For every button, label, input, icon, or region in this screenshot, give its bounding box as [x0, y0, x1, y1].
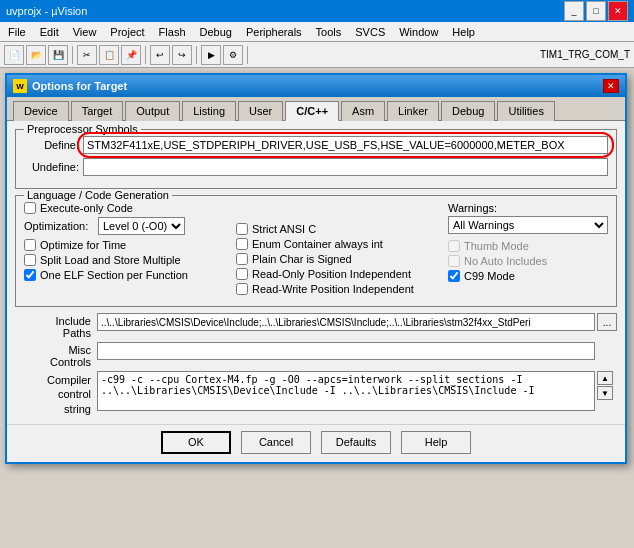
compiler-control-textarea[interactable] [97, 371, 595, 411]
no-auto-includes-checkbox [448, 255, 460, 267]
read-write-pos-row: Read-Write Position Independent [236, 283, 440, 295]
optimization-label: Optimization: [24, 220, 94, 232]
close-window-button[interactable]: ✕ [608, 1, 628, 21]
thumb-mode-checkbox [448, 240, 460, 252]
plain-char-checkbox[interactable] [236, 253, 248, 265]
execute-only-row: Execute-only Code [24, 202, 228, 214]
enum-container-label: Enum Container always int [252, 238, 383, 250]
toolbar-sep-1 [72, 46, 73, 64]
paste-btn[interactable]: 📌 [121, 45, 141, 65]
include-paths-input[interactable] [97, 313, 595, 331]
include-paths-browse-button[interactable]: ... [597, 313, 617, 331]
one-elf-checkbox[interactable] [24, 269, 36, 281]
compiler-section: Compilercontrolstring ▲ ▼ [15, 371, 617, 416]
tab-user[interactable]: User [238, 101, 283, 121]
minimize-button[interactable]: _ [564, 1, 584, 21]
strict-ansi-row: Strict ANSI C [236, 223, 440, 235]
tab-output[interactable]: Output [125, 101, 180, 121]
open-btn[interactable]: 📂 [26, 45, 46, 65]
toolbar-sep-2 [145, 46, 146, 64]
optimize-time-checkbox[interactable] [24, 239, 36, 251]
read-write-pos-checkbox[interactable] [236, 283, 248, 295]
menu-view[interactable]: View [67, 24, 103, 40]
thumb-mode-row: Thumb Mode [448, 240, 608, 252]
tab-utilities[interactable]: Utilities [497, 101, 554, 121]
dialog-icon: W [13, 79, 27, 93]
optimize-time-row: Optimize for Time [24, 239, 228, 251]
no-auto-includes-label: No Auto Includes [464, 255, 547, 267]
warnings-label: Warnings: [448, 202, 608, 214]
new-btn[interactable]: 📄 [4, 45, 24, 65]
define-row: Define: [24, 136, 608, 154]
enum-container-checkbox[interactable] [236, 238, 248, 250]
undefine-input[interactable] [83, 158, 608, 176]
cancel-button[interactable]: Cancel [241, 431, 311, 454]
help-button[interactable]: Help [401, 431, 471, 454]
menu-project[interactable]: Project [104, 24, 150, 40]
optimize-time-label: Optimize for Time [40, 239, 126, 251]
c99-mode-label: C99 Mode [464, 270, 515, 282]
ok-button[interactable]: OK [161, 431, 231, 454]
tab-debug[interactable]: Debug [441, 101, 495, 121]
include-paths-section: IncludePaths ... [15, 313, 617, 339]
tab-listing[interactable]: Listing [182, 101, 236, 121]
menu-help[interactable]: Help [446, 24, 481, 40]
save-btn[interactable]: 💾 [48, 45, 68, 65]
cut-btn[interactable]: ✂ [77, 45, 97, 65]
optimization-select[interactable]: Level 0 (-O0)Level 1 (-O1)Level 2 (-O2)L… [98, 217, 185, 235]
defaults-button[interactable]: Defaults [321, 431, 391, 454]
copy-btn[interactable]: 📋 [99, 45, 119, 65]
execute-only-checkbox[interactable] [24, 202, 36, 214]
undefine-label: Undefine: [24, 161, 79, 173]
misc-controls-input[interactable] [97, 342, 595, 360]
menu-debug[interactable]: Debug [194, 24, 238, 40]
toolbar-right-label: TIM1_TRG_COM_T [540, 49, 630, 60]
rebuild-btn[interactable]: ⚙ [223, 45, 243, 65]
split-load-label: Split Load and Store Multiple [40, 254, 181, 266]
menu-edit[interactable]: Edit [34, 24, 65, 40]
define-input[interactable] [83, 136, 608, 154]
redo-btn[interactable]: ↪ [172, 45, 192, 65]
menu-window[interactable]: Window [393, 24, 444, 40]
menu-peripherals[interactable]: Peripherals [240, 24, 308, 40]
undo-btn[interactable]: ↩ [150, 45, 170, 65]
tab-bar: Device Target Output Listing User C/C++ … [7, 97, 625, 121]
c99-mode-checkbox[interactable] [448, 270, 460, 282]
read-only-pos-checkbox[interactable] [236, 268, 248, 280]
tab-device[interactable]: Device [13, 101, 69, 121]
tab-target[interactable]: Target [71, 101, 124, 121]
one-elf-row: One ELF Section per Function [24, 269, 228, 281]
strict-ansi-checkbox[interactable] [236, 223, 248, 235]
window-title: uvprojx - µVision [6, 5, 87, 17]
menu-file[interactable]: File [2, 24, 32, 40]
language-group: Language / Code Generation Execute-only … [15, 195, 617, 307]
preprocessor-group: Preprocessor Symbols Define: Undefine: [15, 129, 617, 189]
read-write-pos-label: Read-Write Position Independent [252, 283, 414, 295]
tab-linker[interactable]: Linker [387, 101, 439, 121]
menubar: File Edit View Project Flash Debug Perip… [0, 22, 634, 42]
language-group-title: Language / Code Generation [24, 189, 172, 201]
maximize-button[interactable]: □ [586, 1, 606, 21]
dialog-body: Preprocessor Symbols Define: Undefine: [7, 121, 625, 424]
tab-asm[interactable]: Asm [341, 101, 385, 121]
compiler-scroll-up-button[interactable]: ▲ [597, 371, 613, 385]
app-area: W Options for Target ✕ Device Target Out… [0, 68, 634, 546]
warnings-select[interactable]: All WarningsNo WarningsUnspecified [448, 216, 608, 234]
misc-controls-section: MiscControls [15, 342, 617, 368]
preprocessor-group-title: Preprocessor Symbols [24, 123, 141, 135]
enum-container-row: Enum Container always int [236, 238, 440, 250]
tab-cpp[interactable]: C/C++ [285, 101, 339, 121]
lang-col-right: Warnings: All WarningsNo WarningsUnspeci… [448, 202, 608, 298]
execute-only-label: Execute-only Code [40, 202, 133, 214]
include-paths-label: IncludePaths [15, 313, 95, 339]
build-btn[interactable]: ▶ [201, 45, 221, 65]
one-elf-label: One ELF Section per Function [40, 269, 188, 281]
undefine-row: Undefine: [24, 158, 608, 176]
split-load-checkbox[interactable] [24, 254, 36, 266]
dialog-close-button[interactable]: ✕ [603, 79, 619, 93]
compiler-scroll-down-button[interactable]: ▼ [597, 386, 613, 400]
thumb-mode-label: Thumb Mode [464, 240, 529, 252]
menu-svcs[interactable]: SVCS [349, 24, 391, 40]
menu-tools[interactable]: Tools [310, 24, 348, 40]
menu-flash[interactable]: Flash [153, 24, 192, 40]
